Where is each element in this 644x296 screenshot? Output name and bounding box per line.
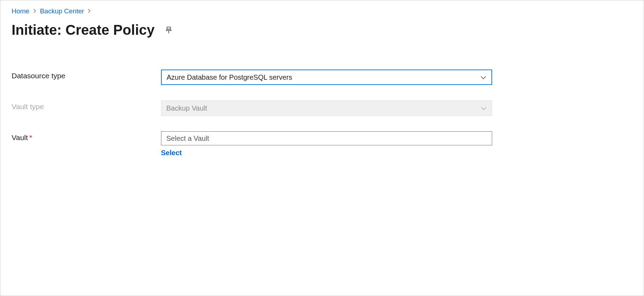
vault-select-link[interactable]: Select: [161, 149, 182, 157]
breadcrumb: Home Backup Center: [12, 7, 632, 15]
chevron-down-icon: [481, 104, 487, 112]
vault-input[interactable]: Select a Vault: [161, 131, 492, 145]
vault-type-select: Backup Vault: [161, 100, 492, 116]
page-title-row: Initiate: Create Policy: [12, 22, 632, 38]
form-row-vault: Vault* Select a Vault Select: [12, 131, 632, 157]
chevron-right-icon: [33, 8, 37, 14]
breadcrumb-home[interactable]: Home: [12, 7, 30, 15]
vault-label: Vault*: [12, 131, 161, 142]
pin-icon[interactable]: [165, 26, 173, 34]
page-title: Initiate: Create Policy: [12, 22, 155, 38]
chevron-right-icon: [88, 8, 91, 14]
vault-placeholder: Select a Vault: [166, 134, 209, 143]
svg-rect-0: [167, 27, 170, 29]
form-row-datasource-type: Datasource type Azure Database for Postg…: [12, 70, 632, 85]
vault-type-label: Vault type: [12, 100, 161, 111]
required-asterisk: *: [29, 133, 32, 142]
chevron-down-icon: [480, 73, 487, 81]
breadcrumb-backup-center[interactable]: Backup Center: [40, 7, 84, 15]
datasource-type-value: Azure Database for PostgreSQL servers: [167, 73, 292, 81]
form-row-vault-type: Vault type Backup Vault: [12, 100, 632, 116]
datasource-type-select[interactable]: Azure Database for PostgreSQL servers: [161, 70, 492, 85]
datasource-type-label: Datasource type: [12, 70, 161, 80]
vault-type-value: Backup Vault: [166, 104, 207, 112]
